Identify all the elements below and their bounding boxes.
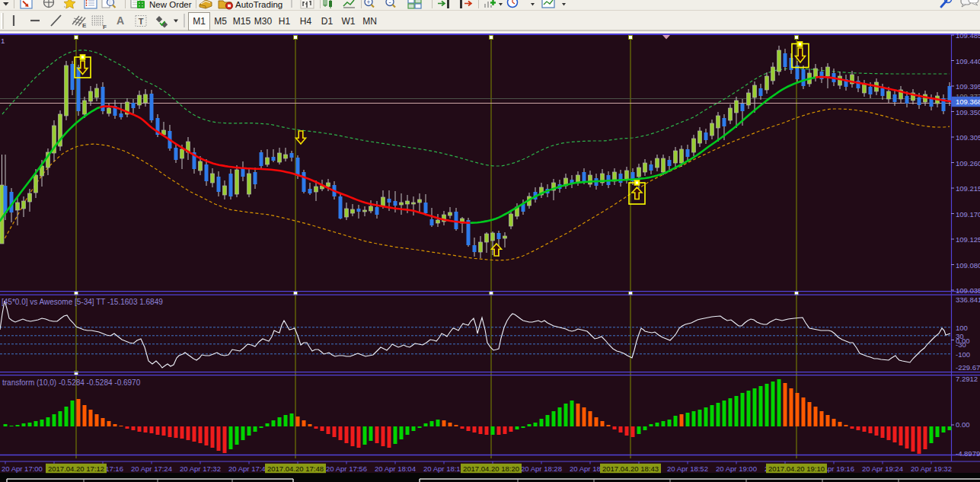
svg-text:-100: -100: [956, 350, 970, 359]
svg-text:20 Apr 18:52: 20 Apr 18:52: [667, 464, 708, 473]
svg-text:0.00: 0.00: [956, 420, 970, 429]
svg-text:MN: MN: [362, 16, 377, 27]
svg-text:2017.04.20 19:10: 2017.04.20 19:10: [768, 464, 825, 473]
svg-text:20 Apr 18:04: 20 Apr 18:04: [375, 464, 416, 473]
svg-text:F: F: [103, 24, 107, 30]
svg-text:20 Apr 17:24: 20 Apr 17:24: [131, 464, 172, 473]
svg-text:109.260: 109.260: [956, 159, 980, 168]
svg-text:20 Apr 19:32: 20 Apr 19:32: [911, 464, 952, 473]
svg-text:transform (10,0) -0.5284 -0.52: transform (10,0) -0.5284 -0.5284 -0.6970: [2, 378, 141, 387]
svg-text:7.2912: 7.2912: [956, 375, 978, 383]
svg-text:20 Apr 17:32: 20 Apr 17:32: [180, 464, 221, 473]
svg-text:[45*0.0] vs Awesome [5-34] TT: [45*0.0] vs Awesome [5-34] TT -15.1603 1…: [2, 298, 163, 306]
svg-text:M5: M5: [214, 16, 227, 27]
svg-text:109.080: 109.080: [956, 261, 980, 270]
svg-text:AutoTrading: AutoTrading: [235, 0, 283, 9]
svg-text:1: 1: [1, 37, 5, 45]
svg-text:W1: W1: [342, 16, 356, 27]
svg-text:20 Apr 19:24: 20 Apr 19:24: [862, 464, 903, 473]
svg-text:2017.04.20 17:48: 2017.04.20 17:48: [267, 464, 324, 473]
svg-text:M1: M1: [193, 16, 206, 27]
svg-text:-4.8979: -4.8979: [956, 449, 980, 458]
svg-text:109.215: 109.215: [956, 184, 980, 193]
svg-text:+: +: [366, 0, 370, 6]
svg-text:20 Apr 18:28: 20 Apr 18:28: [521, 464, 562, 473]
svg-text:New Order: New Order: [149, 0, 192, 9]
svg-text:M15: M15: [233, 16, 251, 27]
svg-text:109.368: 109.368: [956, 97, 980, 106]
svg-text:336.8413: 336.8413: [956, 295, 980, 304]
svg-text:T: T: [139, 17, 144, 26]
svg-text:2017.04.20 18:43: 2017.04.20 18:43: [602, 464, 659, 473]
svg-text:2017.04.20 17:12: 2017.04.20 17:12: [48, 464, 104, 473]
svg-text:E: E: [82, 22, 87, 29]
svg-text:20 Apr 17:40: 20 Apr 17:40: [228, 464, 270, 473]
svg-text:H1: H1: [279, 16, 291, 27]
svg-text:H4: H4: [300, 16, 312, 27]
svg-text:20 Apr 19:00: 20 Apr 19:00: [716, 464, 757, 473]
svg-text:A: A: [117, 14, 124, 27]
svg-text:20 Apr 18:12: 20 Apr 18:12: [423, 464, 464, 473]
svg-text:109.350: 109.350: [956, 108, 980, 117]
svg-text:D1: D1: [321, 16, 334, 27]
svg-text:109.485: 109.485: [956, 34, 980, 40]
svg-text:109.170: 109.170: [956, 210, 980, 219]
svg-text:109.305: 109.305: [956, 133, 980, 142]
svg-text:0.00: 0.00: [956, 337, 970, 345]
svg-text:-: -: [389, 0, 391, 6]
svg-text:109.440: 109.440: [956, 57, 980, 65]
svg-text:20 Apr 17:56: 20 Apr 17:56: [326, 464, 367, 473]
svg-text:109.125: 109.125: [956, 235, 980, 244]
svg-text:100: 100: [956, 324, 968, 332]
svg-text:20 Apr 17:00: 20 Apr 17:00: [2, 464, 43, 473]
svg-text:109.395: 109.395: [956, 82, 980, 91]
svg-text:M30: M30: [254, 16, 273, 27]
svg-text:2017.04.20 18:20: 2017.04.20 18:20: [463, 464, 519, 473]
svg-text:-229.6703: -229.6703: [956, 363, 980, 372]
svg-text:109.035: 109.035: [956, 286, 980, 295]
